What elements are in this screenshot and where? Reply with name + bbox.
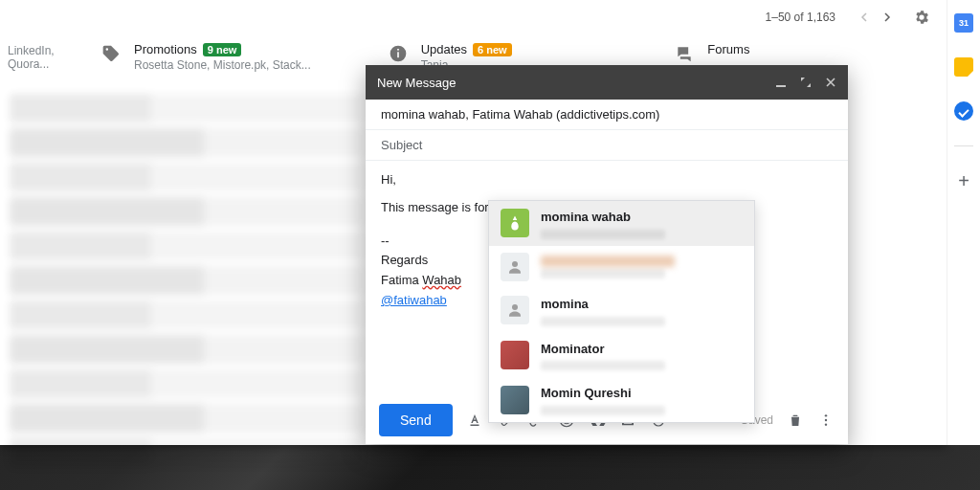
right-sidebar: + <box>947 0 980 445</box>
tab-promotions[interactable]: Promotions 9 new Rosetta Stone, Mistore.… <box>86 42 373 72</box>
ac-item-4[interactable]: Mominator <box>489 333 754 378</box>
person-icon <box>501 253 529 281</box>
compose-window: New Message momina wahab, Fatima Wahab (… <box>366 65 848 444</box>
svg-point-10 <box>825 414 827 416</box>
info-icon <box>389 44 408 63</box>
to-field[interactable]: momina wahab, Fatima Wahab (addictivetip… <box>366 100 848 130</box>
discard-icon[interactable] <box>787 412 804 429</box>
updates-badge: 6 new <box>473 43 512 56</box>
tasks-addon-icon[interactable] <box>954 101 973 121</box>
person-icon <box>501 296 529 324</box>
more-icon[interactable] <box>817 412 835 429</box>
prev-page-button[interactable] <box>853 6 876 29</box>
ac-item-5[interactable]: Momin Qureshi <box>489 377 754 422</box>
ac-name: momina wahab <box>541 208 665 228</box>
tab-updates-label: Updates <box>421 42 467 56</box>
tab-forums-label: Forums <box>707 42 749 56</box>
promotions-badge: 9 new <box>203 43 242 56</box>
gmail-window: 1–50 of 1,163 LinkedIn, Quora... Promoti… <box>0 0 947 445</box>
tab-forums[interactable]: Forums <box>659 42 947 63</box>
mention-autocomplete: momina wahab momina Mominator Momin Qure… <box>488 200 755 423</box>
keep-addon-icon[interactable] <box>954 57 973 77</box>
svg-point-12 <box>825 423 827 425</box>
list-toolbar: 1–50 of 1,163 <box>0 0 947 34</box>
send-button[interactable]: Send <box>379 404 453 436</box>
close-icon[interactable] <box>825 77 836 88</box>
tab-promotions-sub: Rosetta Stone, Mistore.pk, Stack... <box>134 58 311 72</box>
tag-icon <box>101 44 121 63</box>
compose-body[interactable]: Hi, This message is for @mom -- Regards … <box>366 161 848 396</box>
subject-placeholder: Subject <box>381 138 422 152</box>
minimize-icon[interactable] <box>775 77 787 88</box>
ac-item-2[interactable] <box>489 246 754 288</box>
forums-icon <box>675 44 694 63</box>
svg-rect-1 <box>397 52 399 57</box>
tab-social-partial[interactable]: LinkedIn, Quora... <box>0 42 86 71</box>
svg-point-4 <box>512 261 518 267</box>
ac-name: Momin Qureshi <box>541 384 665 404</box>
to-value: momina wahab, Fatima Wahab (addictivetip… <box>381 107 659 122</box>
ac-name: momina <box>541 295 665 315</box>
body-line-1: Hi, <box>381 170 833 190</box>
subject-field[interactable]: Subject <box>366 130 848 161</box>
sig-handle[interactable]: @fatiwahab <box>381 293 447 307</box>
avatar-photo <box>501 386 529 414</box>
avatar-icon <box>501 209 529 237</box>
avatar-photo <box>501 341 529 369</box>
mail-list-blurred <box>10 94 364 437</box>
settings-gear-icon[interactable] <box>910 6 933 29</box>
next-page-button[interactable] <box>876 6 899 29</box>
svg-rect-2 <box>397 49 399 51</box>
compose-header[interactable]: New Message <box>366 65 848 100</box>
sidebar-separator <box>954 145 973 146</box>
ac-name: Mominator <box>541 340 665 360</box>
svg-point-11 <box>825 419 827 421</box>
formatting-icon[interactable] <box>466 412 483 429</box>
ac-item-1[interactable]: momina wahab <box>489 201 754 246</box>
svg-point-5 <box>512 304 518 310</box>
tab-promotions-label: Promotions <box>134 42 197 56</box>
pagination-count: 1–50 of 1,163 <box>766 11 835 24</box>
calendar-addon-icon[interactable] <box>954 13 973 33</box>
ac-item-3[interactable]: momina <box>489 288 754 333</box>
compose-title: New Message <box>377 76 456 90</box>
get-addons-icon[interactable]: + <box>954 171 973 190</box>
svg-rect-3 <box>776 85 786 87</box>
fullscreen-icon[interactable] <box>800 77 812 88</box>
